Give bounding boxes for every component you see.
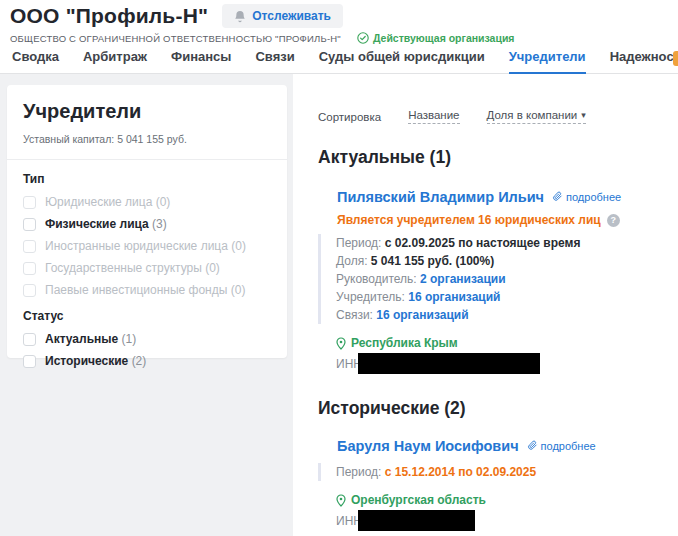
redacted-inn-value — [358, 510, 475, 531]
checkbox-foreign-legal[interactable] — [23, 240, 36, 253]
company-title: ООО "Профиль-Н" — [10, 4, 208, 28]
sort-by-name-label: Название — [408, 109, 459, 121]
founder-entry-pilyavsky: Пилявский Владимир Ильич подробнее Являе… — [318, 189, 668, 374]
filter-count: (3) — [152, 217, 167, 231]
more-details-link[interactable]: подробнее — [552, 191, 621, 203]
cut-off-tab-icon[interactable] — [673, 51, 678, 66]
inn-row: ИНН — [336, 510, 668, 531]
chevron-down-icon: ▾ — [581, 110, 586, 120]
company-full-name: ОБЩЕСТВО С ОГРАНИЧЕННОЙ ОТВЕТСТВЕННОСТЬЮ… — [10, 33, 341, 44]
help-icon[interactable]: ? — [607, 214, 620, 227]
sort-by-share-label: Доля в компании — [487, 109, 578, 121]
detail-label: Связи: — [336, 308, 376, 322]
filter-legal-entities[interactable]: Юридические лица (0) — [23, 195, 271, 209]
filters-sidebar: Учредители Уставный капитал: 5 041 155 р… — [7, 85, 287, 358]
follow-button-label: Отслеживать — [252, 9, 331, 23]
tab-finansy[interactable]: Финансы — [171, 49, 231, 74]
charter-capital: Уставный капитал: 5 041 155 руб. — [23, 133, 271, 145]
follow-button[interactable]: Отслеживать — [222, 4, 343, 28]
more-details-label: подробнее — [566, 191, 621, 203]
detail-period-value: с 02.09.2025 по настоящее время — [385, 236, 581, 250]
filter-actual[interactable]: Актуальные (1) — [23, 332, 271, 346]
sort-by-share[interactable]: Доля в компании ▾ — [487, 109, 586, 124]
connections-link[interactable]: 16 организаций — [376, 308, 468, 322]
founders-panel: Сортировка Название Доля в компании ▾ Ак… — [293, 74, 678, 536]
detail-label: Доля: — [336, 254, 371, 268]
checkbox-state-structures[interactable] — [23, 262, 36, 275]
filter-label: Юридические лица — [45, 195, 152, 209]
tab-svodka[interactable]: Сводка — [12, 49, 59, 74]
filter-label: Исторические — [45, 354, 128, 368]
more-details-label: подробнее — [541, 440, 596, 452]
filter-historical[interactable]: Исторические (2) — [23, 354, 271, 368]
bell-icon — [234, 10, 246, 23]
paperclip-icon — [527, 440, 538, 451]
region-label: Оренбургская область — [351, 493, 486, 507]
filter-investment-funds[interactable]: Паевые инвестиционные фонды (0) — [23, 283, 271, 297]
founder-period: Период: с 15.12.2014 по 02.09.2025 — [318, 463, 668, 481]
checkbox-legal-entities[interactable] — [23, 196, 36, 209]
filter-count: (0) — [231, 239, 246, 253]
filter-group-status-label: Статус — [23, 309, 271, 323]
founder-details: Период: с 02.09.2025 по настоящее время … — [318, 234, 668, 324]
sidebar-title: Учредители — [23, 100, 271, 123]
tab-arbitrazh[interactable]: Арбитраж — [83, 49, 147, 74]
region-link[interactable]: Республика Крым — [336, 336, 668, 350]
tab-svyazi[interactable]: Связи — [255, 49, 294, 74]
founder-orgs-link[interactable]: 16 организаций — [408, 290, 500, 304]
redacted-inn-value — [358, 353, 540, 374]
location-pin-icon — [336, 494, 346, 507]
paperclip-icon — [552, 191, 563, 202]
tab-uchrediteli[interactable]: Учредители — [509, 49, 586, 74]
detail-label: Учредитель: — [336, 290, 408, 304]
detail-period-value: с 15.12.2014 по 02.09.2025 — [385, 465, 536, 479]
filter-count: (0) — [156, 195, 171, 209]
detail-label: Период: — [336, 236, 385, 250]
founder-name-link[interactable]: Пилявский Владимир Ильич — [337, 189, 544, 205]
checkbox-historical[interactable] — [23, 355, 36, 368]
more-details-link[interactable]: подробнее — [527, 440, 596, 452]
status-badge-label: Действующая организация — [373, 32, 515, 44]
check-circle-icon — [357, 32, 369, 44]
sort-bar: Сортировка Название Доля в компании ▾ — [318, 109, 668, 124]
manager-orgs-link[interactable]: 2 организации — [420, 272, 506, 286]
tab-nadezhnost[interactable]: Надежность — [610, 49, 678, 74]
filter-count: (1) — [122, 332, 137, 346]
status-badge: Действующая организация — [357, 32, 515, 44]
filter-label: Иностранные юридические лица — [45, 239, 228, 253]
filter-label: Физические лица — [45, 217, 149, 231]
filter-count: (0) — [205, 261, 220, 275]
filter-group-type-label: Тип — [23, 172, 271, 186]
historical-section-heading: Исторические (2) — [318, 398, 668, 419]
tab-bar: Сводка Арбитраж Финансы Связи Суды общей… — [12, 49, 678, 74]
founder-warning: Является учредителем 16 юридических лиц — [337, 213, 601, 227]
region-label: Республика Крым — [351, 336, 458, 350]
sidebar-divider — [7, 159, 287, 160]
region-link[interactable]: Оренбургская область — [336, 493, 668, 507]
founder-name-link[interactable]: Баруля Наум Иосифович — [337, 438, 519, 454]
filter-label: Государственные структуры — [45, 261, 202, 275]
location-pin-icon — [336, 337, 346, 350]
checkbox-investment-funds[interactable] — [23, 284, 36, 297]
detail-label: Руководитель: — [336, 272, 420, 286]
filter-label: Актуальные — [45, 332, 118, 346]
detail-label: Период: — [336, 465, 385, 479]
page-header: ООО "Профиль-Н" Отслеживать ОБЩЕСТВО С О… — [0, 0, 678, 74]
filter-foreign-legal[interactable]: Иностранные юридические лица (0) — [23, 239, 271, 253]
actual-section-heading: Актуальные (1) — [318, 147, 668, 168]
filter-label: Паевые инвестиционные фонды — [45, 283, 227, 297]
filter-count: (0) — [231, 283, 246, 297]
sort-label: Сортировка — [318, 111, 381, 123]
checkbox-individuals[interactable] — [23, 218, 36, 231]
tab-sudy[interactable]: Суды общей юрисдикции — [319, 49, 485, 74]
filter-state-structures[interactable]: Государственные структуры (0) — [23, 261, 271, 275]
checkbox-actual[interactable] — [23, 333, 36, 346]
filter-individuals[interactable]: Физические лица (3) — [23, 217, 271, 231]
detail-share-value: 5 041 155 руб. (100%) — [371, 254, 494, 268]
filter-count: (2) — [132, 354, 147, 368]
sort-by-name[interactable]: Название — [408, 109, 459, 124]
inn-row: ИНН — [336, 353, 668, 374]
founder-entry-barulya: Баруля Наум Иосифович подробнее Период: … — [318, 438, 668, 531]
